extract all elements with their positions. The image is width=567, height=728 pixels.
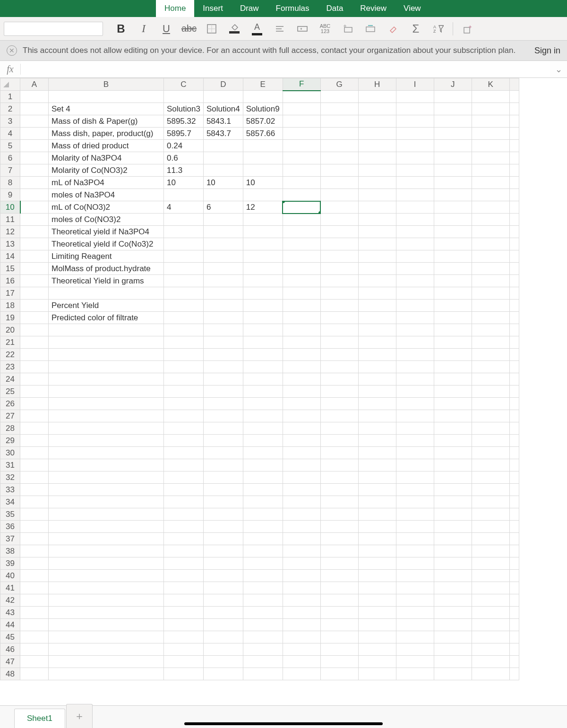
cell-G6[interactable] (320, 152, 358, 164)
insert-delete-button[interactable] (336, 20, 359, 38)
row-header-25[interactable]: 25 (0, 385, 20, 398)
cell-B30[interactable] (49, 447, 164, 459)
cell-J8[interactable] (434, 177, 472, 189)
cell-A39[interactable] (20, 557, 49, 570)
cell-pad-44[interactable] (509, 619, 519, 631)
cell-J7[interactable] (434, 164, 472, 177)
cell-pad-36[interactable] (509, 521, 519, 533)
cell-K33[interactable] (472, 484, 509, 496)
cell-B20[interactable] (49, 324, 164, 336)
row-header-11[interactable]: 11 (0, 214, 20, 226)
cell-F23[interactable] (283, 361, 320, 373)
cell-D47[interactable] (203, 656, 243, 668)
cell-D1[interactable] (203, 91, 243, 103)
cell-C40[interactable] (164, 570, 204, 582)
cell-J42[interactable] (434, 594, 472, 607)
cell-pad-14[interactable] (509, 250, 519, 263)
cell-K40[interactable] (472, 570, 509, 582)
cell-H48[interactable] (358, 668, 396, 680)
column-header-I[interactable]: I (396, 78, 434, 91)
cell-I31[interactable] (396, 459, 434, 471)
cell-C5[interactable]: 0.24 (164, 140, 204, 152)
cell-J45[interactable] (434, 631, 472, 643)
cell-E5[interactable] (243, 140, 283, 152)
cell-pad-17[interactable] (509, 287, 519, 300)
cell-A5[interactable] (20, 140, 49, 152)
cell-E37[interactable] (243, 533, 283, 545)
cell-C20[interactable] (164, 324, 204, 336)
cell-pad-47[interactable] (509, 656, 519, 668)
cell-G4[interactable] (320, 128, 358, 140)
cell-K31[interactable] (472, 459, 509, 471)
formula-input[interactable] (21, 61, 550, 77)
cell-B26[interactable] (49, 398, 164, 410)
italic-button[interactable]: I (132, 20, 155, 38)
cell-B13[interactable]: Theoretical yield if Co(No3)2 (49, 238, 164, 250)
underline-button[interactable]: U (155, 20, 178, 38)
cell-E9[interactable] (243, 189, 283, 201)
cell-G12[interactable] (320, 226, 358, 238)
cell-C31[interactable] (164, 459, 204, 471)
cell-J18[interactable] (434, 300, 472, 312)
cell-B10[interactable]: mL of Co(NO3)2 (49, 201, 164, 214)
cell-G7[interactable] (320, 164, 358, 177)
cell-pad-10[interactable] (509, 201, 519, 214)
cell-B32[interactable] (49, 471, 164, 484)
cell-F10[interactable] (283, 201, 320, 214)
cell-D13[interactable] (203, 238, 243, 250)
cell-I14[interactable] (396, 250, 434, 263)
cell-pad-13[interactable] (509, 238, 519, 250)
cell-H43[interactable] (358, 607, 396, 619)
cell-J34[interactable] (434, 496, 472, 508)
cell-A13[interactable] (20, 238, 49, 250)
row-header-31[interactable]: 31 (0, 459, 20, 471)
cell-E35[interactable] (243, 508, 283, 521)
cell-pad-35[interactable] (509, 508, 519, 521)
row-header-46[interactable]: 46 (0, 643, 20, 656)
cell-D35[interactable] (203, 508, 243, 521)
cell-A8[interactable] (20, 177, 49, 189)
cell-H47[interactable] (358, 656, 396, 668)
cell-G8[interactable] (320, 177, 358, 189)
cell-A33[interactable] (20, 484, 49, 496)
select-all-corner[interactable] (0, 78, 20, 91)
cell-pad-1[interactable] (509, 91, 519, 103)
cell-G48[interactable] (320, 668, 358, 680)
column-header-B[interactable]: B (49, 78, 164, 91)
cell-J43[interactable] (434, 607, 472, 619)
cell-K41[interactable] (472, 582, 509, 594)
row-header-9[interactable]: 9 (0, 189, 20, 201)
cell-K2[interactable] (472, 103, 509, 115)
cell-F28[interactable] (283, 422, 320, 435)
cell-C28[interactable] (164, 422, 204, 435)
cell-G13[interactable] (320, 238, 358, 250)
cell-F14[interactable] (283, 250, 320, 263)
cell-K19[interactable] (472, 312, 509, 324)
cell-A41[interactable] (20, 582, 49, 594)
cell-F46[interactable] (283, 643, 320, 656)
cell-B11[interactable]: moles of Co(NO3)2 (49, 214, 164, 226)
cell-K14[interactable] (472, 250, 509, 263)
cell-I10[interactable] (396, 201, 434, 214)
ribbon-tab-review[interactable]: Review (352, 0, 395, 17)
cell-I17[interactable] (396, 287, 434, 300)
cell-D36[interactable] (203, 521, 243, 533)
cell-K7[interactable] (472, 164, 509, 177)
cell-G31[interactable] (320, 459, 358, 471)
cell-J16[interactable] (434, 275, 472, 287)
autosum-button[interactable]: Σ (404, 20, 427, 38)
cell-J40[interactable] (434, 570, 472, 582)
cell-H45[interactable] (358, 631, 396, 643)
cell-C30[interactable] (164, 447, 204, 459)
cell-B45[interactable] (49, 631, 164, 643)
column-header-E[interactable]: E (243, 78, 283, 91)
cell-D34[interactable] (203, 496, 243, 508)
cell-E29[interactable] (243, 435, 283, 447)
cell-B16[interactable]: Theoretical Yield in grams (49, 275, 164, 287)
cell-E47[interactable] (243, 656, 283, 668)
cell-F19[interactable] (283, 312, 320, 324)
close-banner-button[interactable]: ✕ (7, 45, 17, 56)
row-header-14[interactable]: 14 (0, 250, 20, 263)
cell-D40[interactable] (203, 570, 243, 582)
cell-pad-46[interactable] (509, 643, 519, 656)
